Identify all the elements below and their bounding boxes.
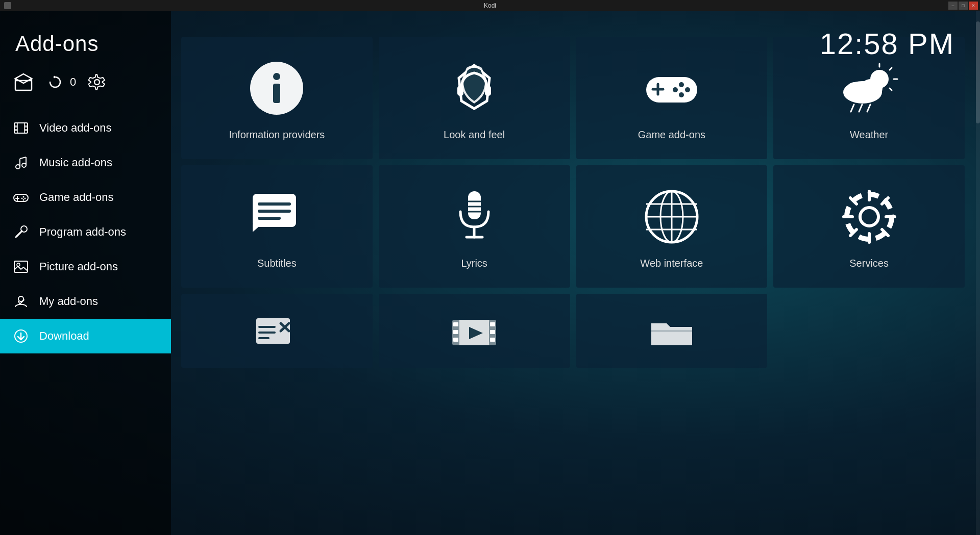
tile-partial-2[interactable] bbox=[379, 294, 570, 368]
app-container: Add-ons bbox=[0, 11, 980, 535]
sidebar-item-label: Download bbox=[39, 329, 89, 343]
tile-label: Web interface bbox=[640, 258, 703, 269]
tile-partial-3[interactable] bbox=[576, 294, 768, 368]
partial2-icon bbox=[451, 309, 497, 355]
svg-point-21 bbox=[23, 196, 24, 198]
sidebar-nav: Video add-ons Music add-ons bbox=[0, 111, 171, 535]
myaddons-icon bbox=[13, 293, 29, 310]
svg-point-23 bbox=[21, 198, 23, 199]
window-controls: – □ ✕ bbox=[948, 2, 978, 10]
tile-label: Game add-ons bbox=[638, 129, 705, 141]
maximize-button[interactable]: □ bbox=[959, 2, 968, 10]
weather-icon bbox=[839, 58, 900, 119]
svg-point-13 bbox=[16, 165, 20, 169]
tile-services[interactable]: Services bbox=[773, 165, 965, 288]
titlebar-title: Kodi bbox=[484, 2, 496, 9]
sidebar-item-my-addons[interactable]: My add-ons bbox=[0, 284, 171, 319]
svg-point-44 bbox=[685, 87, 690, 92]
tile-label: Weather bbox=[850, 129, 888, 141]
svg-line-55 bbox=[851, 105, 854, 112]
close-button[interactable]: ✕ bbox=[969, 2, 978, 10]
refresh-icon bbox=[44, 71, 66, 93]
svg-line-27 bbox=[17, 232, 21, 236]
sidebar-item-music-addons[interactable]: Music add-ons bbox=[0, 145, 171, 180]
svg-line-57 bbox=[867, 105, 870, 112]
svg-rect-94 bbox=[453, 322, 458, 326]
svg-point-29 bbox=[17, 263, 20, 266]
refresh-button[interactable] bbox=[44, 71, 66, 93]
svg-rect-61 bbox=[258, 210, 291, 213]
svg-line-17 bbox=[20, 157, 26, 159]
sidebar-item-game-addons[interactable]: Game add-ons bbox=[0, 180, 171, 215]
refresh-count: 0 bbox=[70, 75, 76, 89]
tile-label: Subtitles bbox=[257, 258, 297, 269]
tile-lyrics[interactable]: Lyrics bbox=[379, 165, 570, 288]
svg-rect-85 bbox=[256, 318, 290, 344]
picture-icon bbox=[13, 259, 29, 275]
sidebar-item-download[interactable]: Download bbox=[0, 319, 171, 353]
refresh-area: 0 bbox=[44, 71, 76, 93]
toolbar: 0 bbox=[0, 66, 171, 106]
svg-rect-12 bbox=[24, 129, 28, 131]
sidebar: Add-ons bbox=[0, 11, 171, 535]
wrench-icon bbox=[13, 224, 29, 240]
svg-rect-35 bbox=[273, 84, 280, 103]
film-icon bbox=[13, 120, 29, 136]
svg-rect-98 bbox=[490, 330, 495, 334]
svg-rect-60 bbox=[258, 202, 291, 206]
tile-game-addons[interactable]: Game add-ons bbox=[576, 37, 768, 159]
svg-point-75 bbox=[860, 208, 878, 226]
svg-point-14 bbox=[22, 163, 26, 167]
svg-point-45 bbox=[673, 87, 678, 92]
settings-button[interactable] bbox=[86, 71, 108, 93]
minimize-button[interactable]: – bbox=[948, 2, 958, 10]
box-icon bbox=[13, 71, 34, 93]
main-content: 12:58 PM Information providers bbox=[171, 11, 980, 535]
svg-rect-95 bbox=[453, 330, 458, 334]
music-icon bbox=[13, 155, 29, 171]
sidebar-item-program-addons[interactable]: Program add-ons bbox=[0, 215, 171, 249]
svg-rect-0 bbox=[15, 81, 32, 90]
svg-point-54 bbox=[846, 82, 864, 98]
svg-rect-63 bbox=[468, 191, 481, 219]
svg-point-26 bbox=[21, 226, 27, 232]
lookfeel-icon bbox=[444, 58, 505, 119]
tile-label: Lyrics bbox=[461, 258, 487, 269]
tile-partial-1[interactable] bbox=[181, 294, 373, 368]
svg-rect-11 bbox=[14, 129, 17, 131]
tile-look-and-feel[interactable]: Look and feel bbox=[379, 37, 570, 159]
svg-marker-1 bbox=[15, 74, 32, 83]
tile-subtitles[interactable]: Subtitles bbox=[181, 165, 373, 288]
tile-label: Look and feel bbox=[444, 129, 505, 141]
svg-rect-10 bbox=[24, 125, 28, 128]
tile-label: Information providers bbox=[229, 129, 325, 141]
svg-point-24 bbox=[23, 199, 24, 201]
tile-web-interface[interactable]: Web interface bbox=[576, 165, 768, 288]
lyrics-icon bbox=[444, 186, 505, 247]
svg-rect-62 bbox=[258, 217, 281, 220]
app-icon bbox=[4, 2, 11, 9]
svg-point-22 bbox=[24, 198, 26, 199]
sidebar-item-picture-addons[interactable]: Picture add-ons bbox=[0, 249, 171, 284]
subtitles-icon bbox=[246, 186, 307, 247]
tile-information-providers[interactable]: Information providers bbox=[181, 37, 373, 159]
download-icon bbox=[13, 328, 29, 344]
sidebar-item-video-addons[interactable]: Video add-ons bbox=[0, 111, 171, 145]
gear-icon bbox=[86, 71, 108, 93]
svg-point-46 bbox=[679, 92, 684, 97]
info-icon bbox=[246, 58, 307, 119]
svg-point-43 bbox=[679, 82, 684, 87]
partial-tiles-row bbox=[181, 294, 965, 368]
gamepad-icon bbox=[13, 189, 29, 206]
svg-line-56 bbox=[859, 105, 862, 112]
sidebar-item-label: Music add-ons bbox=[39, 156, 112, 169]
svg-rect-9 bbox=[14, 125, 17, 128]
partial3-icon bbox=[649, 309, 695, 355]
sidebar-item-label: Picture add-ons bbox=[39, 260, 118, 273]
svg-rect-28 bbox=[14, 261, 28, 272]
svg-line-49 bbox=[890, 68, 892, 70]
svg-point-5 bbox=[94, 80, 100, 85]
services-icon bbox=[839, 186, 900, 247]
addons-icon-button[interactable] bbox=[13, 71, 34, 93]
svg-point-34 bbox=[273, 73, 280, 80]
